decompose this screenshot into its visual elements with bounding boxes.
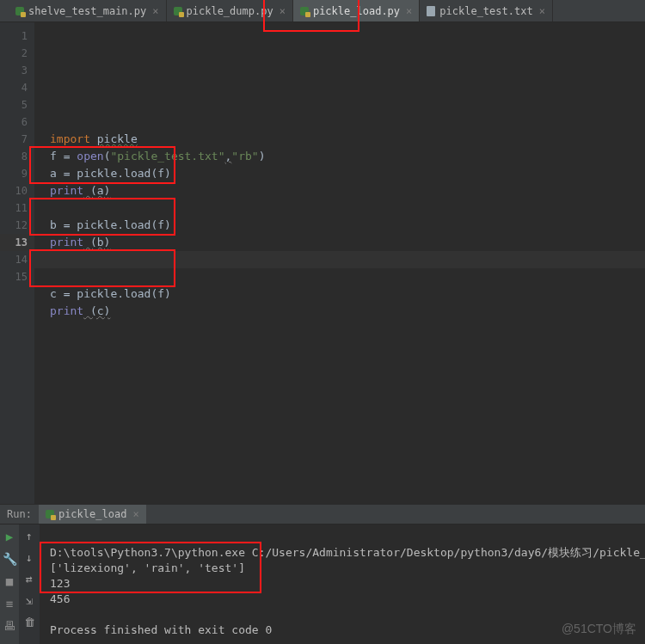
tab-pickle-dump[interactable]: pickle_dump.py × <box>167 0 293 21</box>
line-number: 2 <box>0 45 28 62</box>
stop-icon[interactable]: ■ <box>6 574 13 588</box>
run-tab[interactable]: pickle_load × <box>39 505 146 524</box>
editor-tabs: shelve_test_main.py × pickle_dump.py × p… <box>0 0 645 22</box>
run-tabs: Run: pickle_load × <box>0 505 645 524</box>
print-icon[interactable]: 🖶 <box>3 619 15 633</box>
line-number: 10 <box>0 182 28 199</box>
code-line: import pickle <box>50 132 138 145</box>
line-number: 13 <box>0 234 34 251</box>
line-number: 15 <box>0 268 28 285</box>
console-line: 456 <box>50 592 70 605</box>
wrench-icon[interactable]: 🔧 <box>3 552 17 566</box>
console-line: 123 <box>50 577 70 590</box>
down-icon[interactable]: ↓ <box>26 551 33 564</box>
code-line: f = open("pickle_test.txt","rb") <box>50 150 265 163</box>
close-icon[interactable]: × <box>132 508 138 520</box>
line-number: 6 <box>0 113 28 131</box>
tab-pickle-test[interactable]: pickle_test.txt × <box>420 0 553 21</box>
line-number: 3 <box>0 62 28 79</box>
layout-icon[interactable]: ≡ <box>6 597 13 610</box>
up-icon[interactable]: ↑ <box>26 530 33 543</box>
python-icon <box>15 7 24 15</box>
code-line: print (b) <box>50 236 110 248</box>
line-number: 8 <box>0 148 28 165</box>
close-icon[interactable]: × <box>539 5 545 17</box>
close-icon[interactable]: × <box>406 5 412 17</box>
line-number: 9 <box>0 165 28 182</box>
tab-shelve[interactable]: shelve_test_main.py × <box>9 0 167 21</box>
code-line <box>50 201 57 214</box>
code-line <box>50 46 57 59</box>
code-line: print (a) <box>50 184 110 197</box>
console-line: D:\tools\Python3.7\python.exe C:/Users/A… <box>50 546 645 559</box>
line-number: 14 <box>0 251 28 268</box>
scroll-icon[interactable]: ⇲ <box>26 594 33 607</box>
text-file-icon <box>427 6 435 16</box>
tab-label: pickle_test.txt <box>439 5 532 17</box>
trash-icon[interactable]: 🗑 <box>24 616 35 629</box>
code-line <box>50 64 57 77</box>
code-line <box>50 98 57 111</box>
code-line: b = pickle.load(f) <box>50 218 171 231</box>
run-tab-label: pickle_load <box>58 508 126 520</box>
line-number: 12 <box>0 217 28 234</box>
line-gutter: 1 2 3 4 5 6 7 8 9 10 11 12 13 14 15 <box>0 22 34 504</box>
run-body: ▶ 🔧 ■ ≡ 🖶 ↑ ↓ ⇄ ⇲ 🗑 D:\tools\Python3.7\p… <box>0 524 645 644</box>
run-toolbar-left: ▶ 🔧 ■ ≡ 🖶 <box>0 524 19 644</box>
line-number: 11 <box>0 199 28 217</box>
line-number: 4 <box>0 79 28 96</box>
tab-pickle-load[interactable]: pickle_load.py × <box>293 0 420 21</box>
console-output[interactable]: D:\tools\Python3.7\python.exe C:/Users/A… <box>40 524 645 644</box>
code-line <box>50 115 57 128</box>
code-line: print (c) <box>50 304 110 317</box>
run-label: Run: <box>0 508 39 520</box>
code-area[interactable]: import pickle f = open("pickle_test.txt"… <box>34 22 645 504</box>
code-line <box>50 81 57 94</box>
close-icon[interactable]: × <box>152 5 158 17</box>
wrap-icon[interactable]: ⇄ <box>26 573 33 586</box>
python-icon <box>300 7 309 15</box>
editor: 1 2 3 4 5 6 7 8 9 10 11 12 13 14 15 impo… <box>0 22 645 504</box>
console-line: ['lizexiong', 'rain', 'test'] <box>50 561 245 574</box>
python-icon <box>46 510 54 518</box>
tab-label: pickle_dump.py <box>187 5 273 17</box>
line-number: 1 <box>0 28 28 45</box>
run-toolbar-right: ↑ ↓ ⇄ ⇲ 🗑 <box>19 524 40 644</box>
close-icon[interactable]: × <box>280 5 286 17</box>
tab-label: shelve_test_main.py <box>28 5 146 17</box>
run-panel: Run: pickle_load × ▶ 🔧 ■ ≡ 🖶 ↑ ↓ ⇄ ⇲ 🗑 D… <box>0 505 645 644</box>
console-line: Process finished with exit code 0 <box>50 623 272 636</box>
python-icon <box>174 7 182 15</box>
code-line-current <box>34 251 645 268</box>
code-line: c = pickle.load(f) <box>50 287 171 300</box>
run-icon[interactable]: ▶ <box>6 530 13 543</box>
line-number: 7 <box>0 131 28 148</box>
tab-label: pickle_load.py <box>313 5 400 17</box>
code-line: a = pickle.load(f) <box>50 167 171 180</box>
watermark: @51CTO博客 <box>562 622 636 637</box>
line-number: 5 <box>0 96 28 113</box>
